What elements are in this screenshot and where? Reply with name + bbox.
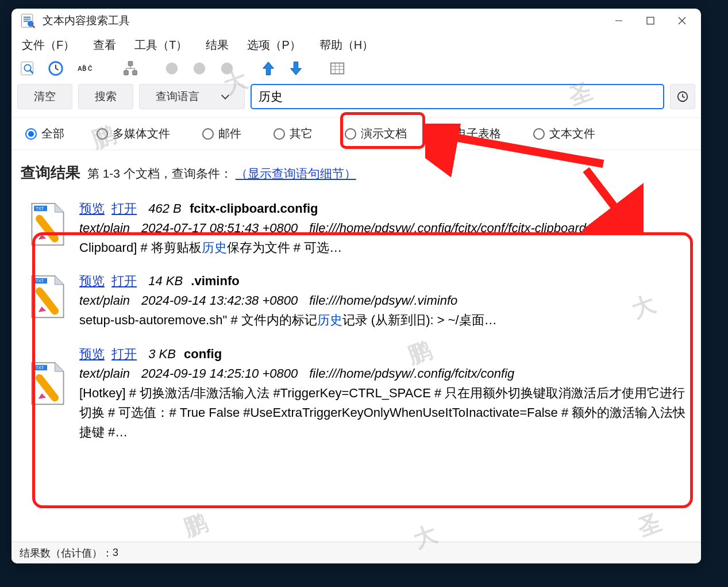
svg-text:TXT: TXT — [36, 365, 44, 370]
result-item: TXT 预览 打开 3 KB config text/plain 2024-09… — [28, 337, 691, 449]
search-button[interactable]: 搜索 — [78, 84, 133, 109]
menu-tools[interactable]: 工具（T） — [134, 37, 187, 53]
result-item: TXT 预览 打开 462 B fcitx-clipboard.config t… — [28, 192, 691, 264]
svg-text:Ĉ: Ĉ — [88, 65, 93, 72]
toolbar-dot-disabled-icon — [162, 59, 182, 78]
menu-help[interactable]: 帮助（H） — [319, 37, 373, 53]
app-window: 鹏 大 圣 鹏 大 圣 鹏 大 文本内容搜索工具 文件（F） 查看 工具（T） … — [11, 9, 701, 563]
file-name: .viminfo — [191, 274, 239, 288]
filter-other[interactable]: 其它 — [274, 126, 313, 141]
preview-link[interactable]: 预览 — [79, 347, 105, 361]
svg-point-12 — [166, 63, 178, 75]
snippet: [Hotkey] # 切换激活/非激活输入法 #TriggerKey=CTRL_… — [79, 383, 691, 442]
svg-text:B̂: B̂ — [82, 64, 87, 72]
results-list: TXT 预览 打开 462 B fcitx-clipboard.config t… — [11, 189, 701, 542]
toolbar-down-arrow-icon[interactable] — [286, 59, 306, 78]
status-value: 3 — [113, 547, 118, 559]
titlebar: 文本内容搜索工具 — [11, 9, 701, 33]
file-date: 2024-09-19 14:25:10 +0800 — [141, 364, 298, 383]
open-link[interactable]: 打开 — [111, 274, 137, 288]
filter-text-label: 文本文件 — [549, 126, 595, 141]
filter-presentation[interactable]: 演示文档 — [345, 126, 407, 141]
results-header: 查询结果 第 1-3 个文档，查询条件： （显示查询语句细节） — [11, 150, 701, 189]
toolbar-abc-icon[interactable]: AB̂Ĉ — [74, 59, 99, 78]
text-file-icon: TXT — [28, 199, 69, 258]
filter-presentation-label: 演示文档 — [361, 126, 407, 141]
menu-view[interactable]: 查看 — [93, 37, 116, 53]
toolbar-dot-disabled-icon — [217, 59, 237, 78]
filter-all-label: 全部 — [41, 126, 64, 141]
toolbar-up-arrow-icon[interactable] — [259, 59, 278, 78]
svg-rect-9 — [128, 62, 133, 66]
status-separator: ： — [102, 546, 113, 560]
open-link[interactable]: 打开 — [111, 201, 137, 216]
history-button[interactable] — [670, 84, 695, 109]
filter-mail[interactable]: 邮件 — [202, 126, 241, 141]
snippet: Clipboard] # 将剪贴板历史保存为文件 # 可选… — [79, 238, 691, 258]
preview-link[interactable]: 预览 — [79, 201, 105, 216]
snippet: setup-usb-autoremove.sh" # 文件内的标记历史记录 (从… — [79, 310, 691, 330]
menu-results[interactable]: 结果 — [206, 37, 229, 53]
app-icon — [20, 13, 36, 29]
window-title: 文本内容搜索工具 — [43, 13, 130, 28]
search-input[interactable] — [251, 84, 664, 109]
search-row: 清空 搜索 查询语言 — [11, 82, 701, 117]
filter-all[interactable]: 全部 — [25, 126, 64, 141]
svg-rect-11 — [133, 71, 137, 75]
status-bar: 结果数（估计值） ： 3 — [11, 542, 701, 563]
file-size: 14 KB — [148, 274, 183, 288]
file-date: 2024-09-14 13:42:38 +0800 — [141, 291, 298, 310]
svg-rect-10 — [124, 71, 129, 75]
close-button[interactable] — [666, 9, 698, 33]
text-file-icon: TXT — [28, 344, 69, 442]
results-range: 第 1-3 个文档，查询条件： — [87, 167, 232, 180]
mime-type: text/plain — [79, 218, 130, 238]
svg-text:A: A — [78, 65, 82, 72]
filter-multimedia[interactable]: 多媒体文件 — [97, 126, 170, 141]
file-name: fcitx-clipboard.config — [190, 201, 318, 216]
svg-text:TXT: TXT — [36, 279, 44, 284]
toolbar: AB̂Ĉ — [11, 57, 701, 82]
toolbar-tree-icon[interactable] — [121, 59, 140, 78]
filter-mail-label: 邮件 — [218, 126, 241, 141]
toolbar-table-icon[interactable] — [328, 59, 347, 78]
toolbar-clock-icon[interactable] — [46, 59, 66, 78]
open-link[interactable]: 打开 — [111, 347, 137, 361]
desktop-background: 鹏 大 圣 鹏 大 圣 鹏 大 文本内容搜索工具 文件（F） 查看 工具（T） … — [0, 0, 728, 587]
svg-point-14 — [221, 63, 233, 75]
filter-text[interactable]: 文本文件 — [533, 126, 595, 141]
query-language-label: 查询语言 — [156, 89, 199, 104]
status-label: 结果数（估计值） — [20, 546, 102, 560]
query-language-dropdown[interactable]: 查询语言 — [139, 84, 245, 109]
filter-other-label: 其它 — [290, 126, 313, 141]
minimize-button[interactable] — [603, 9, 634, 33]
maximize-button[interactable] — [634, 9, 666, 33]
svg-rect-15 — [331, 63, 344, 74]
filter-multimedia-label: 多媒体文件 — [113, 126, 170, 141]
filter-spreadsheet[interactable]: 电子表格 — [439, 126, 501, 141]
toolbar-find-icon[interactable] — [18, 59, 38, 78]
preview-link[interactable]: 预览 — [79, 274, 105, 288]
show-details-link[interactable]: （显示查询语句细节） — [236, 167, 356, 180]
file-size: 462 B — [148, 201, 182, 216]
file-size: 3 KB — [148, 347, 176, 361]
svg-rect-2 — [647, 17, 654, 24]
menu-bar: 文件（F） 查看 工具（T） 结果 选项（P） 帮助（H） — [11, 33, 701, 57]
toolbar-dot-disabled-icon — [190, 59, 209, 78]
menu-options[interactable]: 选项（P） — [247, 37, 301, 53]
svg-point-13 — [194, 63, 206, 75]
clear-button[interactable]: 清空 — [17, 84, 72, 109]
mime-type: text/plain — [79, 364, 130, 383]
file-path: file:///home/pdsyw/.config/fcitx/conf/fc… — [309, 218, 623, 238]
file-name: config — [184, 347, 222, 361]
mime-type: text/plain — [79, 291, 130, 310]
svg-text:TXT: TXT — [36, 206, 44, 211]
menu-file[interactable]: 文件（F） — [22, 37, 75, 53]
file-path: file:///home/pdsyw/.viminfo — [309, 291, 457, 310]
results-title: 查询结果 — [21, 164, 80, 181]
history-icon — [676, 90, 689, 103]
text-file-icon: TXT — [28, 271, 69, 330]
result-item: TXT 预览 打开 14 KB .viminfo text/plain 2024… — [28, 264, 691, 337]
file-date: 2024-07-17 08:51:43 +0800 — [141, 218, 298, 238]
filter-row: 全部 多媒体文件 邮件 其它 演示文档 电子表格 文本文件 — [11, 117, 701, 150]
